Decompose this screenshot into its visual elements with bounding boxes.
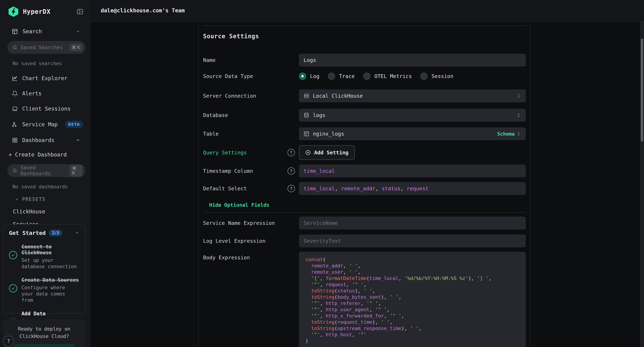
get-started-panel: Get Started 2/3 Connect to ClickHouse Se…	[3, 224, 85, 314]
optional-fields-divider	[203, 212, 526, 213]
brand-name: HyperDX	[23, 8, 51, 15]
get-started-header[interactable]: Get Started 2/3	[9, 230, 80, 236]
page-title: Source Settings	[203, 33, 526, 40]
search-section-label: Search	[22, 28, 42, 34]
step-title: Create Data Sources	[22, 277, 80, 283]
sidebar-item-label: Client Sessions	[22, 106, 71, 112]
brand-row: HyperDX	[0, 0, 90, 17]
name-label: Name	[203, 57, 216, 63]
sidebar-item-service-map[interactable]: Service Map BETA	[8, 121, 84, 128]
chevron-updown-icon	[516, 113, 521, 118]
check-circle-icon	[9, 284, 17, 292]
sidebar-item-search[interactable]: Search	[8, 28, 84, 34]
sidebar-collapse-icon[interactable]	[76, 8, 84, 15]
source-data-type-label: Source Data Type	[203, 73, 253, 79]
sidebar-item-label: Dashboards	[22, 137, 54, 143]
radio-log[interactable]: Log	[299, 72, 319, 80]
log-level-input[interactable]: SeverityText	[299, 234, 526, 247]
get-started-step-connect[interactable]: Connect to ClickHouse Set up your databa…	[9, 244, 80, 270]
sidebar: HyperDX Search Saved Searches ⌘ K No sav…	[0, 0, 90, 347]
hide-optional-fields-link[interactable]: Hide Optional Fields	[203, 202, 526, 208]
timestamp-input[interactable]: time_local	[299, 164, 526, 178]
timestamp-label: Timestamp Column	[203, 168, 253, 174]
radio-session[interactable]: Session	[420, 72, 453, 80]
no-saved-searches-text: No saved searches	[12, 61, 84, 66]
database-icon	[304, 112, 309, 118]
help-circle-icon[interactable]: ?	[288, 185, 295, 192]
sidebar-item-label: Chart Explorer	[22, 75, 68, 82]
beta-badge: BETA	[65, 121, 83, 128]
hyperdx-logo-icon	[8, 6, 19, 17]
help-button[interactable]: ?	[3, 336, 14, 347]
service-name-placeholder: ServiceName	[304, 220, 338, 226]
scrollbar-thumb[interactable]	[641, 38, 643, 142]
sidebar-item-alerts[interactable]: Alerts	[8, 90, 84, 96]
help-circle-icon[interactable]: ?	[288, 149, 295, 156]
form-row-name: Name Logs	[203, 54, 526, 66]
table-value: nginx_logs	[313, 131, 344, 137]
bell-icon	[12, 90, 18, 96]
body-expression-label: Body Expression	[203, 254, 250, 260]
server-connection-select[interactable]: Local ClickHouse	[299, 90, 526, 102]
radio-trace[interactable]: Trace	[328, 72, 354, 80]
sidebar-item-client-sessions[interactable]: Client Sessions	[8, 106, 84, 112]
default-select-value: time_local, remote_addr, status, request	[304, 186, 428, 192]
dashboards-grid-icon	[12, 137, 18, 143]
presets-toggle[interactable]: PRESETS	[15, 196, 84, 202]
step-title: Add Data	[22, 311, 70, 316]
saved-searches-input[interactable]: Saved Searches ⌘ K	[7, 41, 85, 54]
schema-button[interactable]: Schema	[497, 131, 515, 137]
default-select-input[interactable]: time_local, remote_addr, status, request	[299, 182, 526, 195]
search-table-icon	[12, 28, 18, 34]
sidebar-item-label: Service Map	[22, 121, 58, 128]
help-circle-icon[interactable]: ?	[288, 167, 295, 175]
database-select[interactable]: logs	[299, 109, 526, 122]
chevron-up-icon	[75, 230, 80, 235]
radio-dot	[420, 72, 428, 80]
body-expression-editor[interactable]: concat( remote_addr, ' ', remote_user, '…	[299, 252, 526, 347]
form-row-database: Database logs	[203, 109, 526, 122]
saved-dashboards-shortcut: ⌘ K	[70, 164, 82, 177]
name-input[interactable]: Logs	[299, 54, 526, 66]
table-select[interactable]: nginx_logs Schema	[299, 127, 526, 140]
form-row-query-settings: Query Settings ? Add Setting	[203, 145, 526, 160]
chevron-down-icon	[15, 197, 19, 202]
team-title: dale@clickhouse.com's Team	[101, 7, 185, 14]
create-dashboard-button[interactable]: + Create Dashboard	[8, 152, 84, 158]
chevron-up-icon	[76, 138, 80, 142]
top-divider	[203, 26, 526, 26]
preset-clickhouse[interactable]: ClickHouse	[13, 208, 84, 215]
sidebar-item-dashboards[interactable]: Dashboards	[8, 137, 84, 143]
step-desc: Configure where your data comes from	[22, 284, 80, 303]
search-icon	[12, 168, 17, 173]
sidebar-item-chart-explorer[interactable]: Chart Explorer	[8, 75, 84, 82]
deploy-panel: Ready to deploy on ClickHouse Cloud? Get…	[3, 320, 85, 347]
get-started-free-button[interactable]: Get Started for Free	[14, 344, 74, 347]
get-started-progress-badge: 2/3	[49, 230, 62, 236]
network-icon	[12, 122, 18, 128]
plus-circle-icon	[305, 150, 311, 156]
form-row-body-expression: Body Expression concat( remote_addr, ' '…	[203, 252, 526, 347]
radio-otel-metrics[interactable]: OTEL Metrics	[363, 72, 412, 80]
service-name-label: Service Name Expression	[203, 220, 275, 226]
default-select-label: Default Select	[203, 186, 247, 192]
table-icon	[304, 131, 309, 137]
radio-dot	[363, 72, 370, 80]
timestamp-value: time_local	[304, 168, 335, 174]
get-started-step-sources[interactable]: Create Data Sources Configure where your…	[9, 277, 80, 303]
check-circle-icon	[9, 251, 17, 259]
get-started-title: Get Started	[9, 230, 46, 236]
add-setting-button[interactable]: Add Setting	[299, 145, 355, 160]
vertical-scrollbar	[640, 21, 644, 347]
table-label: Table	[203, 131, 218, 137]
log-level-label: Log Level Expression	[203, 238, 266, 244]
chevron-up-icon	[76, 29, 80, 34]
service-name-input[interactable]: ServiceName	[299, 216, 526, 230]
source-data-type-radios: Log Trace OTEL Metrics Session	[299, 72, 526, 80]
form-row-source-data-type: Source Data Type Log Trace OTEL Metrics …	[203, 72, 526, 80]
form-row-server-connection: Server Connection Local ClickHouse	[203, 90, 526, 102]
server-icon	[304, 93, 309, 99]
saved-searches-shortcut: ⌘ K	[70, 44, 82, 51]
database-value: logs	[313, 112, 326, 118]
saved-dashboards-input[interactable]: Saved Dashboards ⌘ K	[7, 164, 85, 177]
